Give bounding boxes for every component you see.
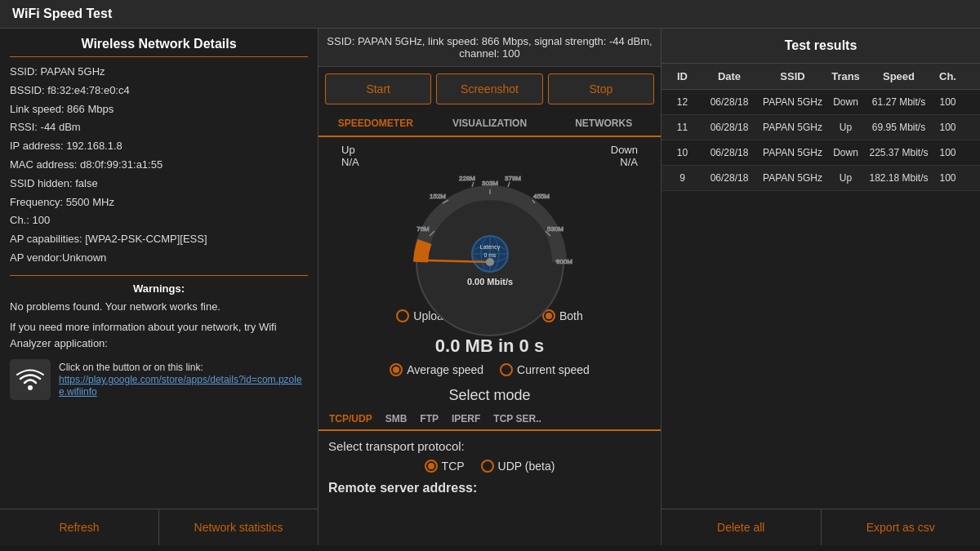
detail-ap-capabilities: AP capabilities: [WPA2-PSK-CCMP][ESS] xyxy=(10,231,308,248)
svg-text:228M: 228M xyxy=(458,175,474,182)
speedometer-area: Up N/A Down N/A xyxy=(318,137,661,329)
table-body: 12 06/28/18 PAPAN 5GHz Down 61.27 Mbit/s… xyxy=(662,90,980,191)
warnings-title: Warnings: xyxy=(10,282,308,295)
detail-mac: MAC address: d8:0f:99:31:a1:55 xyxy=(10,157,308,174)
warnings-section: Warnings: No problems found. Your networ… xyxy=(10,275,308,401)
speed-mode-row: Average speed Current speed xyxy=(318,363,661,376)
table-row: 11 06/28/18 PAPAN 5GHz Up 69.95 Mbit/s 1… xyxy=(662,115,980,140)
title-bar: WiFi Speed Test xyxy=(0,0,980,29)
cell-date: 06/28/18 xyxy=(697,96,762,108)
transport-title: Select transport protocol: xyxy=(328,439,651,453)
cell-speed: 69.95 Mbit/s xyxy=(868,122,929,133)
upload-radio-circle xyxy=(396,309,409,322)
cell-date: 06/28/18 xyxy=(697,172,762,184)
cell-ssid: PAPAN 5GHz xyxy=(762,122,823,133)
upload-label-area: Up N/A xyxy=(341,144,359,168)
col-date: Date xyxy=(697,70,762,82)
mode-tab-smb[interactable]: SMB xyxy=(379,408,414,429)
current-speed-radio[interactable]: Current speed xyxy=(500,363,590,376)
svg-line-10 xyxy=(508,182,510,187)
cell-ch: 100 xyxy=(929,172,966,184)
svg-text:600M: 600M xyxy=(555,258,572,265)
cell-date: 06/28/18 xyxy=(697,147,762,158)
mb-display: 0.0 MB in 0 s xyxy=(318,335,661,357)
action-buttons: Start Screenshot Stop xyxy=(318,67,661,111)
both-radio[interactable]: Both xyxy=(542,309,583,322)
cell-id: 11 xyxy=(668,122,697,133)
col-ssid: SSID xyxy=(762,70,823,82)
main-tab-bar: SPEEDOMETER VISUALIZATION NETWORKS xyxy=(318,111,661,137)
tab-speedometer[interactable]: SPEEDOMETER xyxy=(318,111,433,137)
table-header: ID Date SSID Trans Speed Ch. xyxy=(662,64,980,90)
speed-labels: Up N/A Down N/A xyxy=(325,144,654,168)
svg-text:Latency: Latency xyxy=(479,244,500,251)
ssid-header: SSID: PAPAN 5GHz, link speed: 866 Mbps, … xyxy=(318,29,661,67)
start-button[interactable]: Start xyxy=(325,73,431,104)
middle-panel: SSID: PAPAN 5GHz, link speed: 866 Mbps, … xyxy=(318,29,662,545)
cell-speed: 225.37 Mbit/s xyxy=(868,147,929,158)
svg-point-26 xyxy=(486,258,494,266)
screenshot-button[interactable]: Screenshot xyxy=(436,73,542,104)
mode-tab-tcp-ser[interactable]: TCP SER.. xyxy=(487,408,547,429)
detail-link-speed: Link speed: 866 Mbps xyxy=(10,101,308,118)
svg-line-6 xyxy=(472,182,474,187)
udp-radio[interactable]: UDP (beta) xyxy=(481,460,555,473)
mode-tab-tcp-udp[interactable]: TCP/UDP xyxy=(323,408,379,431)
table-row: 12 06/28/18 PAPAN 5GHz Down 61.27 Mbit/s… xyxy=(662,90,980,115)
refresh-button[interactable]: Refresh xyxy=(0,509,159,545)
mode-tab-iperf[interactable]: IPERF xyxy=(445,408,487,429)
tcp-radio[interactable]: TCP xyxy=(425,460,465,473)
tab-visualization[interactable]: VISUALIZATION xyxy=(433,111,547,136)
delete-all-button[interactable]: Delete all xyxy=(662,509,822,545)
wifi-icon xyxy=(10,359,51,400)
download-label-area: Down N/A xyxy=(611,144,638,168)
cell-id: 10 xyxy=(668,147,697,158)
cell-speed: 182.18 Mbit/s xyxy=(868,172,929,184)
detail-bssid: BSSID: f8:32:e4:78:e0:c4 xyxy=(10,82,308,100)
click-text: Click on the button or on this link: xyxy=(59,362,308,373)
speedometer-gauge: 76M 152M 228M 303M 379M xyxy=(408,172,572,303)
cell-ssid: PAPAN 5GHz xyxy=(762,172,823,184)
transport-radio-group: TCP UDP (beta) xyxy=(328,460,651,473)
svg-text:303M: 303M xyxy=(481,180,497,187)
cell-ssid: PAPAN 5GHz xyxy=(762,147,823,158)
right-panel: Test results ID Date SSID Trans Speed Ch… xyxy=(662,29,980,545)
detail-ssid: SSID: PAPAN 5GHz xyxy=(10,64,308,81)
stop-button[interactable]: Stop xyxy=(548,73,654,104)
detail-ap-vendor: AP vendor:Unknown xyxy=(10,250,308,267)
detail-frequency: Frequency: 5500 MHz xyxy=(10,194,308,211)
detail-channel: Ch.: 100 xyxy=(10,212,308,229)
warnings-text: No problems found. Your network works fi… xyxy=(10,299,308,315)
left-panel-content: Wireless Network Details SSID: PAPAN 5GH… xyxy=(0,29,318,509)
export-csv-button[interactable]: Export as csv xyxy=(822,509,981,545)
table-row: 10 06/28/18 PAPAN 5GHz Down 225.37 Mbit/… xyxy=(662,140,980,166)
svg-text:0.00 Mbit/s: 0.00 Mbit/s xyxy=(466,277,512,287)
current-speed-radio-circle xyxy=(500,363,513,376)
wifi-analyzer-section: Click on the button or on this link: htt… xyxy=(10,359,308,400)
detail-hidden: SSID hidden: false xyxy=(10,176,308,193)
wifi-link-container: Click on the button or on this link: htt… xyxy=(59,362,308,398)
col-ch: Ch. xyxy=(929,70,966,82)
cell-trans: Up xyxy=(823,122,868,133)
col-id: ID xyxy=(668,70,697,82)
cell-date: 06/28/18 xyxy=(697,122,762,133)
network-details: SSID: PAPAN 5GHz BSSID: f8:32:e4:78:e0:c… xyxy=(10,64,308,267)
tab-networks[interactable]: NETWORKS xyxy=(546,111,661,136)
avg-speed-radio[interactable]: Average speed xyxy=(390,363,483,376)
cell-ch: 100 xyxy=(929,147,966,158)
udp-radio-circle xyxy=(481,460,494,473)
cell-trans: Down xyxy=(823,96,868,108)
cell-ssid: PAPAN 5GHz xyxy=(762,96,823,108)
svg-point-0 xyxy=(28,385,33,390)
wifi-analyzer-link[interactable]: https://play.google.com/store/apps/detai… xyxy=(59,374,302,398)
cell-trans: Down xyxy=(823,147,868,158)
down-value: N/A xyxy=(611,156,638,168)
cell-speed: 61.27 Mbit/s xyxy=(868,96,929,108)
app-title: WiFi Speed Test xyxy=(12,7,112,20)
col-trans: Trans xyxy=(823,70,868,82)
network-statistics-button[interactable]: Network statistics xyxy=(159,509,318,545)
up-label: Up xyxy=(341,144,359,156)
detail-ip: IP address: 192.168.1.8 xyxy=(10,138,308,155)
mode-tab-ftp[interactable]: FTP xyxy=(413,408,445,429)
up-value: N/A xyxy=(341,156,359,168)
